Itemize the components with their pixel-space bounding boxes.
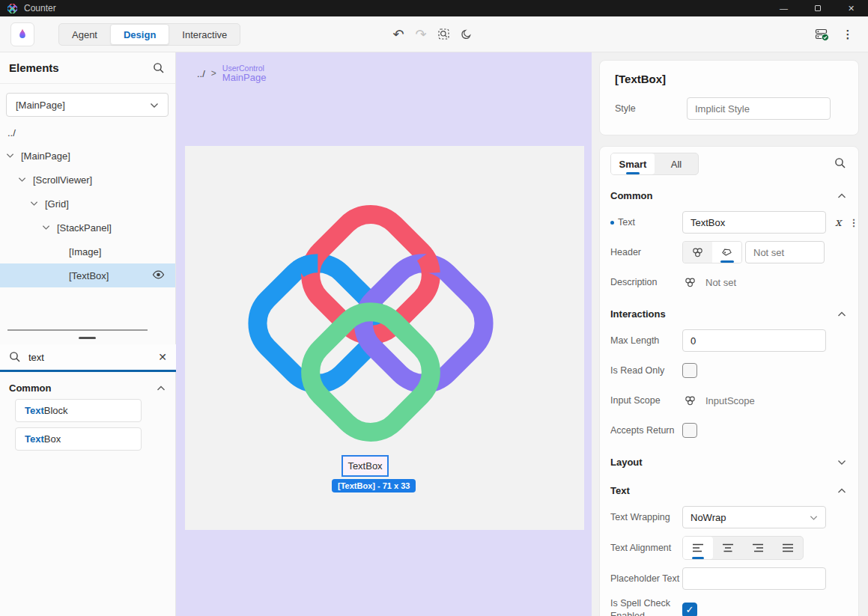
inspector-tab-group: Smart All [610,153,699,175]
scope-selector-value: [MainPage] [16,100,65,111]
section-layout[interactable]: Layout [610,454,848,470]
theme-toggle-button[interactable] [457,16,476,52]
accepts-return-checkbox[interactable] [682,423,697,438]
advanced-value-toggle[interactable] [683,242,712,263]
property-options-icon[interactable]: ⋮ [849,217,858,228]
align-center-button[interactable] [713,537,743,559]
text-alignment-label: Text Alignment [610,542,682,555]
scope-selector-dropdown[interactable]: [MainPage] [6,93,169,117]
section-common[interactable]: Common [610,187,848,204]
maximize-button[interactable] [801,0,834,16]
redo-button[interactable]: ↷ [412,16,430,52]
tree-root-path[interactable]: ../ [7,127,16,138]
design-canvas[interactable]: ../ > UserControl MainPage TextBox [Text… [176,52,592,616]
align-justify-icon [782,543,795,553]
tree-item-label: [TextBox] [69,270,109,281]
cluster-icon [692,248,703,257]
toolbox-item-textblock[interactable]: TextBlock [15,399,142,422]
chevron-down-icon [150,98,159,112]
header-input[interactable] [745,241,825,263]
elements-search-icon[interactable] [153,62,165,77]
is-spell-check-label: Is Spell Check Enabled [610,597,682,616]
align-center-icon [722,543,735,553]
accepts-return-label: Accepts Return [610,424,682,437]
chevron-up-icon [157,381,166,394]
tree-item-label: [MainPage] [21,150,70,162]
cluster-icon[interactable] [682,278,697,287]
tree-item-image[interactable]: [Image] [0,240,175,263]
is-read-only-label: Is Read Only [610,365,682,377]
breadcrumb-root[interactable]: ../ [197,68,205,79]
tab-all[interactable]: All [655,153,698,174]
placeholder-text-input[interactable] [682,567,826,590]
tree-item-grid[interactable]: [Grid] [0,192,175,216]
connection-status-button[interactable] [811,16,834,52]
description-property-row: Description Not set [610,271,848,293]
hot-design-flame-button[interactable] [10,22,34,46]
section-text[interactable]: Text [610,482,848,498]
max-length-input[interactable] [682,329,826,352]
text-wrapping-row: Text Wrapping NoWrap [610,506,848,528]
splitter-grip-handle[interactable] [79,337,96,339]
input-scope-value: InputScope [705,395,755,406]
binding-x-icon[interactable]: x [835,216,841,229]
align-right-button[interactable] [743,537,773,559]
tree-item-textbox[interactable]: [TextBox] [0,263,175,287]
section-interactions[interactable]: Interactions [610,305,848,322]
clear-search-icon[interactable]: ✕ [158,351,167,363]
match-text: Text [25,405,44,416]
zoom-region-button[interactable] [434,16,454,52]
visibility-eye-icon[interactable] [152,269,165,282]
style-row: Style [615,97,843,120]
toolbox-search-input[interactable] [28,352,141,363]
zoom-region-icon [438,28,451,41]
properties-search-icon[interactable] [834,157,846,172]
align-left-button[interactable] [683,537,713,559]
toolbox-item-textbox[interactable]: TextBox [15,427,142,451]
breadcrumb-current[interactable]: UserControl MainPage [222,64,267,83]
chevron-up-icon [837,484,846,497]
chevron-down-icon [810,512,818,523]
text-input[interactable] [682,211,826,234]
inspector-title: [TextBox] [615,73,843,85]
is-spell-check-checkbox[interactable]: ✓ [682,603,697,616]
cluster-icon[interactable] [682,396,697,406]
chevron-down-icon[interactable] [30,201,39,207]
chevron-down-icon[interactable] [6,153,15,159]
is-read-only-row: Is Read Only [610,359,848,382]
text-wrapping-dropdown[interactable]: NoWrap [682,506,826,528]
tab-smart[interactable]: Smart [611,153,655,174]
more-options-button[interactable]: ⋮ [838,16,858,52]
app-logo-image[interactable] [228,181,513,466]
selected-textbox-element[interactable]: TextBox [342,455,389,477]
toolbox-section-common[interactable]: Common [0,379,176,397]
tree-item-mainpage[interactable]: [MainPage] [0,144,175,168]
chevron-down-icon[interactable] [42,225,51,231]
section-title: Text [610,485,630,496]
search-icon [9,351,21,363]
chevron-down-icon [837,455,846,469]
align-justify-button[interactable] [773,537,803,559]
text-alignment-row: Text Alignment [610,536,848,560]
is-read-only-checkbox[interactable] [682,363,697,378]
tab-design[interactable]: Design [110,24,169,45]
tab-agent[interactable]: Agent [59,24,110,45]
close-button[interactable]: ✕ [834,0,868,16]
description-label: Description [610,276,682,289]
tree-item-scrollviewer[interactable]: [ScrollViewer] [0,168,175,192]
input-scope-row: Input Scope InputScope [610,389,848,412]
panel-splitter[interactable] [7,329,148,331]
chevron-down-icon[interactable] [18,177,27,183]
tree-item-label: [Grid] [45,198,69,210]
max-length-label: Max Length [610,335,682,347]
elements-panel-title: Elements [9,61,59,74]
toolbox-search-box[interactable]: ✕ [0,344,176,372]
style-input[interactable] [687,97,831,120]
literal-value-toggle[interactable] [712,242,741,263]
tab-interactive[interactable]: Interactive [169,24,240,45]
section-title: Interactions [610,308,666,320]
minimize-button[interactable]: — [767,0,801,16]
tree-item-stackpanel[interactable]: [StackPanel] [0,216,175,240]
undo-button[interactable]: ↶ [389,16,407,52]
text-wrapping-value: NoWrap [691,512,726,523]
